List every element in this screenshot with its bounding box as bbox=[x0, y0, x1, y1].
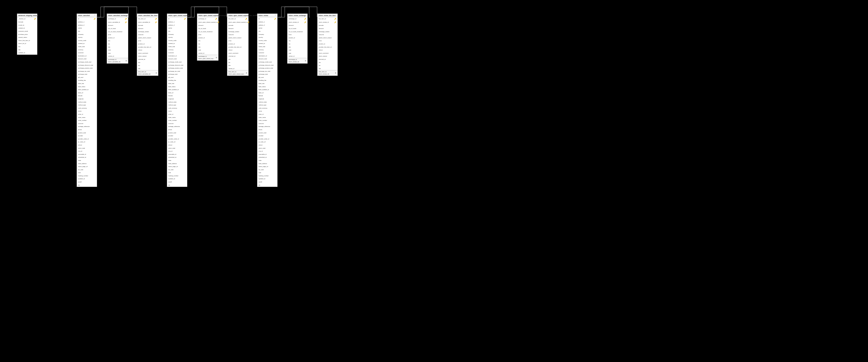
column-row[interactable]: barcode bbox=[137, 24, 158, 27]
column-row[interactable]: price bbox=[137, 39, 158, 42]
column-row[interactable]: title bbox=[17, 49, 37, 52]
column-row[interactable]: name bbox=[167, 110, 187, 113]
column-row[interactable]: order_id bbox=[77, 113, 97, 116]
column-row[interactable]: title bbox=[317, 67, 337, 70]
entity-advanced_shipping_notice[interactable]: advanced_shipping_notice≡_fivetran_id🔑ba… bbox=[17, 13, 37, 55]
column-row[interactable]: discount bbox=[287, 24, 307, 27]
column-row[interactable]: multi_currency bbox=[167, 107, 187, 110]
column-row[interactable]: provider bbox=[77, 134, 97, 138]
column-row[interactable]: order_name bbox=[257, 116, 277, 119]
menu-icon[interactable]: ≡ bbox=[157, 14, 158, 16]
column-row[interactable]: exchange_discount_total bbox=[257, 64, 277, 67]
column-row[interactable]: return_cancelled_id🔑 bbox=[107, 21, 128, 24]
column-row[interactable]: tax bbox=[107, 42, 128, 46]
column-row[interactable]: exchange_total bbox=[257, 73, 277, 76]
column-row[interactable]: exchange_variant bbox=[317, 30, 337, 33]
column-row[interactable]: qr_code_url bbox=[77, 141, 97, 144]
column-row[interactable]: provider bbox=[257, 134, 277, 138]
column-row[interactable]: return_cancelled_id🔑 bbox=[137, 21, 158, 24]
column-row[interactable]: state bbox=[167, 159, 187, 162]
entity-return_review_line_item[interactable]: return_review_line_item≡line_item_id🔑ret… bbox=[317, 13, 338, 76]
index-row[interactable]: (exchange_id, return_cancelled_id)⚙ bbox=[107, 58, 128, 63]
column-row[interactable]: closed_at bbox=[17, 24, 37, 27]
column-row[interactable]: order_id bbox=[257, 113, 277, 116]
column-row[interactable]: line_item_id🔑 bbox=[227, 17, 248, 21]
menu-icon[interactable]: ≡ bbox=[275, 14, 276, 16]
column-row[interactable]: refund bbox=[227, 49, 248, 52]
column-row[interactable]: currency bbox=[77, 49, 97, 52]
entity-return_open_closed_expired_line_item[interactable]: return_open_closed_expired_line_item≡lin… bbox=[227, 13, 249, 76]
column-row[interactable]: qr_code_url bbox=[257, 141, 277, 144]
column-row[interactable]: id🔑 bbox=[167, 17, 187, 21]
column-row[interactable]: sku bbox=[197, 39, 218, 42]
entity-header[interactable]: return_open_closed_expired≡ bbox=[167, 14, 187, 17]
column-row[interactable]: exchange_product_total bbox=[77, 67, 97, 70]
entity-header[interactable]: return_review_line_item≡ bbox=[317, 14, 337, 17]
column-row[interactable]: parent_return_reason bbox=[137, 36, 158, 39]
column-row[interactable]: title bbox=[197, 46, 218, 49]
column-row[interactable]: restock_status bbox=[17, 36, 37, 39]
column-row[interactable]: tax bbox=[137, 64, 158, 67]
column-row[interactable]: zip bbox=[257, 184, 277, 187]
column-row[interactable]: upsell bbox=[257, 181, 277, 184]
column-row[interactable]: carrier bbox=[167, 27, 187, 30]
column-row[interactable]: total bbox=[197, 49, 218, 52]
column-row[interactable]: out_of_stock_resolution bbox=[197, 30, 218, 33]
column-row[interactable]: product_id bbox=[287, 36, 307, 39]
column-row[interactable]: variant_id bbox=[197, 52, 218, 55]
column-row[interactable]: status_page_url bbox=[257, 165, 277, 168]
column-row[interactable]: name bbox=[77, 110, 97, 113]
column-row[interactable]: credit_total bbox=[167, 45, 187, 49]
column-row[interactable]: address_2 bbox=[77, 24, 97, 27]
column-row[interactable]: updated_at bbox=[77, 177, 97, 181]
column-row[interactable]: exchange_id🔑 bbox=[287, 17, 307, 21]
column-row[interactable]: scannable_id bbox=[257, 153, 277, 156]
column-row[interactable]: order_number bbox=[167, 119, 187, 122]
column-row[interactable]: _fivetran_id🔑 bbox=[17, 17, 37, 21]
column-row[interactable]: exchange_credit_total bbox=[77, 61, 97, 64]
column-row[interactable]: scheduled_at bbox=[77, 156, 97, 159]
column-row[interactable]: latitude bbox=[257, 94, 277, 97]
entity-return_open_closed_expired_exchange[interactable]: return_open_closed_expired_exchange≡exch… bbox=[197, 13, 218, 61]
column-row[interactable]: country_code bbox=[257, 39, 277, 42]
entity-header[interactable]: return_cancelled_line_item≡ bbox=[137, 14, 158, 17]
entity-return_cancelled_line_item[interactable]: return_cancelled_line_item≡line_item_id🔑… bbox=[137, 13, 158, 76]
column-row[interactable]: line_item_id🔑 bbox=[137, 17, 158, 21]
column-row[interactable]: package_reference bbox=[77, 125, 97, 128]
column-row[interactable]: discount bbox=[317, 27, 337, 30]
column-row[interactable]: latitude bbox=[77, 94, 97, 97]
column-row[interactable]: out_of_stock_resolution bbox=[287, 30, 307, 33]
column-row[interactable]: exchange_product_total bbox=[167, 67, 187, 70]
column-row[interactable]: order_name bbox=[77, 116, 97, 119]
column-row[interactable]: return_total bbox=[257, 147, 277, 150]
column-row[interactable]: country bbox=[167, 36, 187, 39]
column-row[interactable]: barcode bbox=[227, 24, 248, 27]
column-row[interactable]: method_type bbox=[167, 103, 187, 107]
column-row[interactable]: rma_id bbox=[77, 150, 97, 153]
column-row[interactable]: updated_at bbox=[17, 51, 37, 55]
column-row[interactable]: parent_return_reason bbox=[227, 36, 248, 39]
column-row[interactable]: sku bbox=[287, 39, 307, 42]
column-row[interactable]: return_comment bbox=[317, 52, 337, 55]
column-row[interactable]: return_review_id🔑 bbox=[317, 21, 337, 24]
column-row[interactable]: return_line_item_id bbox=[17, 39, 37, 42]
column-row[interactable]: exchange_id🔑 bbox=[197, 17, 218, 21]
column-row[interactable]: returned_at bbox=[227, 55, 248, 58]
column-row[interactable]: product_total bbox=[167, 131, 187, 134]
column-row[interactable]: method_state bbox=[257, 101, 277, 104]
column-row[interactable]: discount bbox=[197, 24, 218, 27]
column-row[interactable]: out_of_stock bbox=[287, 27, 307, 30]
column-row[interactable]: longitude bbox=[257, 97, 277, 101]
column-row[interactable]: outcome bbox=[137, 33, 158, 36]
column-row[interactable]: label_status bbox=[77, 85, 97, 88]
column-row[interactable]: discount_total bbox=[257, 57, 277, 61]
index-row[interactable]: (line_item_id, return_cancelled_id)⚙ bbox=[137, 70, 158, 76]
column-row[interactable]: label_updated_at bbox=[77, 88, 97, 91]
column-row[interactable]: rma_id bbox=[167, 150, 187, 153]
column-row[interactable]: scannable_id bbox=[77, 153, 97, 156]
column-row[interactable]: method_state bbox=[77, 101, 97, 104]
column-row[interactable]: method_type bbox=[257, 103, 277, 107]
column-row[interactable]: type bbox=[287, 52, 307, 55]
column-row[interactable]: currency bbox=[167, 49, 187, 52]
column-row[interactable]: phone bbox=[77, 128, 97, 131]
